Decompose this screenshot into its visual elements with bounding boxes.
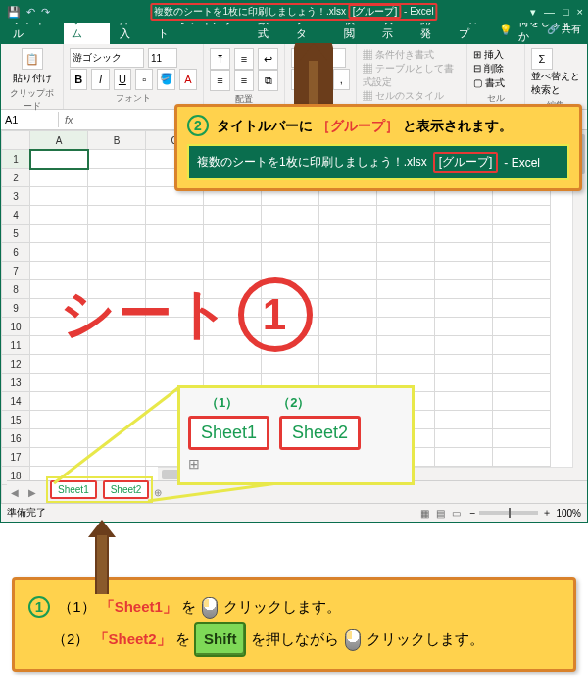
- row-header[interactable]: 7: [2, 262, 30, 280]
- cell[interactable]: [262, 206, 319, 225]
- cell[interactable]: [377, 336, 435, 355]
- row-header[interactable]: 8: [2, 280, 30, 299]
- delete-cells-button[interactable]: ⊟ 削除: [473, 62, 518, 75]
- cell[interactable]: [30, 150, 88, 169]
- cell[interactable]: [377, 299, 435, 318]
- cell[interactable]: [319, 206, 377, 225]
- cell[interactable]: [30, 374, 88, 392]
- cell[interactable]: [30, 225, 88, 243]
- cell[interactable]: [204, 355, 262, 374]
- qat-undo-icon[interactable]: ↶: [26, 6, 35, 19]
- cell[interactable]: [435, 374, 493, 392]
- row-header[interactable]: 3: [2, 187, 30, 206]
- cell[interactable]: [204, 225, 262, 243]
- ribbon-options-icon[interactable]: ▾: [530, 6, 536, 19]
- cell[interactable]: [435, 336, 493, 355]
- cell[interactable]: [493, 374, 551, 392]
- cell[interactable]: [146, 206, 204, 225]
- cell[interactable]: [146, 243, 204, 262]
- paste-button[interactable]: 📋 貼り付け: [7, 48, 57, 85]
- cell[interactable]: [435, 262, 493, 280]
- cell[interactable]: [377, 206, 435, 225]
- cell[interactable]: [204, 206, 262, 225]
- qat-redo-icon[interactable]: ↷: [41, 6, 50, 19]
- cell[interactable]: [262, 355, 319, 374]
- cell[interactable]: [88, 411, 146, 429]
- cell[interactable]: [30, 448, 88, 467]
- zoom-level[interactable]: 100%: [556, 508, 581, 519]
- cell[interactable]: [30, 355, 88, 374]
- zoom-out-button[interactable]: −: [470, 508, 476, 519]
- cell[interactable]: [377, 225, 435, 243]
- cell[interactable]: [30, 392, 88, 411]
- wrap-text-button[interactable]: ↩: [258, 48, 278, 70]
- conditional-format-button[interactable]: ▦ 条件付き書式: [363, 48, 461, 62]
- row-header[interactable]: 14: [2, 392, 30, 411]
- window-minimize-icon[interactable]: —: [544, 6, 555, 19]
- cell[interactable]: [493, 299, 551, 318]
- window-maximize-icon[interactable]: □: [563, 6, 569, 19]
- insert-cells-button[interactable]: ⊞ 挿入: [473, 48, 518, 62]
- fx-icon[interactable]: fx: [59, 114, 79, 125]
- align-middle-button[interactable]: ≡: [234, 48, 255, 70]
- align-top-button[interactable]: ⤒: [210, 48, 230, 70]
- cell[interactable]: [377, 355, 435, 374]
- cell[interactable]: [30, 169, 88, 187]
- zoom-in-button[interactable]: ＋: [542, 506, 552, 520]
- view-page-break-icon[interactable]: ▭: [452, 508, 461, 519]
- cell[interactable]: [377, 243, 435, 262]
- cell[interactable]: [435, 243, 493, 262]
- cell[interactable]: [88, 448, 146, 467]
- cell[interactable]: [435, 411, 493, 429]
- align-left-button[interactable]: ≡: [210, 70, 230, 91]
- share-button[interactable]: 🔗 共有: [547, 23, 581, 36]
- cell[interactable]: [319, 318, 377, 336]
- italic-button[interactable]: I: [91, 69, 109, 90]
- cell[interactable]: [30, 243, 88, 262]
- cell[interactable]: [493, 243, 551, 262]
- row-header[interactable]: 5: [2, 225, 30, 243]
- cell[interactable]: [88, 150, 146, 169]
- cell[interactable]: [493, 262, 551, 280]
- cell[interactable]: [319, 355, 377, 374]
- cell[interactable]: [493, 336, 551, 355]
- fill-color-button[interactable]: 🪣: [157, 69, 174, 90]
- row-header[interactable]: 2: [2, 169, 30, 187]
- cell[interactable]: [30, 429, 88, 448]
- row-header[interactable]: 10: [2, 318, 30, 336]
- cell[interactable]: [319, 225, 377, 243]
- underline-button[interactable]: U: [114, 69, 131, 90]
- row-header[interactable]: 6: [2, 243, 30, 262]
- cell[interactable]: [88, 225, 146, 243]
- cell[interactable]: [493, 318, 551, 336]
- cell[interactable]: [377, 318, 435, 336]
- sheet-nav-next[interactable]: ▶: [24, 487, 40, 498]
- cell[interactable]: [88, 374, 146, 392]
- comma-button[interactable]: ,: [333, 69, 350, 90]
- cell[interactable]: [435, 355, 493, 374]
- cell[interactable]: [493, 355, 551, 374]
- border-button[interactable]: ▫: [135, 69, 153, 90]
- cell[interactable]: [319, 262, 377, 280]
- cell[interactable]: [493, 429, 551, 448]
- cell[interactable]: [30, 411, 88, 429]
- sheet-tab-sheet1[interactable]: Sheet1: [50, 480, 97, 499]
- view-normal-icon[interactable]: ▦: [420, 508, 429, 519]
- sheet-nav-prev[interactable]: ◀: [7, 487, 23, 498]
- cell[interactable]: [435, 448, 493, 467]
- row-header[interactable]: 17: [2, 448, 30, 467]
- row-header[interactable]: 16: [2, 429, 30, 448]
- cell[interactable]: [319, 243, 377, 262]
- autosum-button[interactable]: Σ: [531, 48, 553, 70]
- cell[interactable]: [88, 206, 146, 225]
- bold-button[interactable]: B: [70, 69, 87, 90]
- cell[interactable]: [88, 429, 146, 448]
- font-size-select[interactable]: [148, 48, 177, 68]
- name-box[interactable]: A1: [1, 112, 59, 127]
- cell[interactable]: [493, 392, 551, 411]
- format-cells-button[interactable]: ▢ 書式: [473, 76, 518, 90]
- col-header[interactable]: B: [88, 131, 146, 150]
- col-header[interactable]: A: [30, 131, 88, 150]
- cell[interactable]: [493, 225, 551, 243]
- cell[interactable]: [435, 206, 493, 225]
